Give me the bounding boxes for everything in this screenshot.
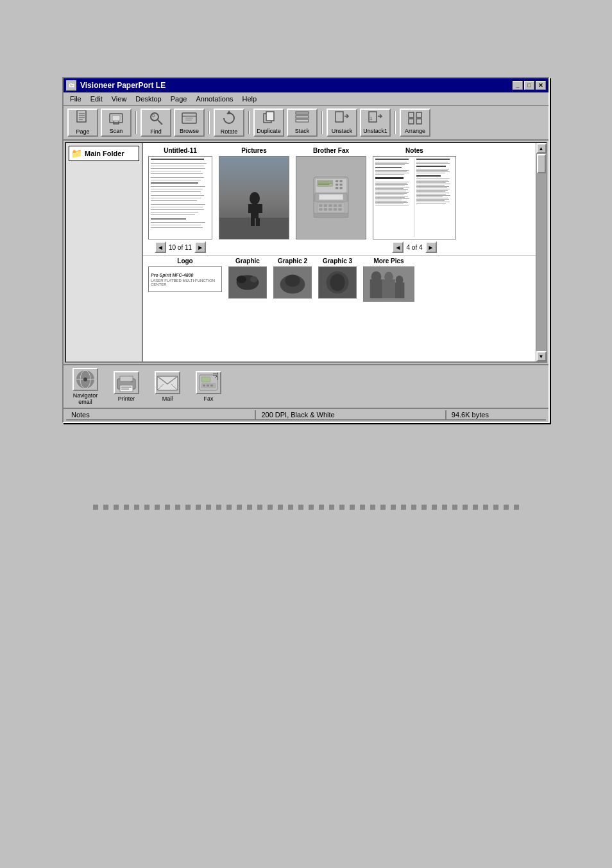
fax-svg	[305, 175, 357, 220]
svg-rect-46	[339, 187, 342, 189]
scan-button[interactable]: Scan	[101, 108, 132, 137]
n-line	[416, 191, 445, 192]
navigator-email-button[interactable]: Navigatoremail	[67, 368, 103, 405]
printer-button[interactable]: Printer	[108, 371, 144, 402]
notes-next-button[interactable]: ►	[425, 241, 437, 253]
stack-label: Stack	[295, 128, 310, 135]
svg-rect-85	[121, 386, 132, 388]
pictures-preview[interactable]	[219, 156, 289, 239]
n-line	[375, 170, 409, 171]
sections-wrapper: Untitled-11	[143, 143, 536, 361]
unstack1-button[interactable]: 1 Unstack1	[360, 108, 391, 137]
graphic-svg	[229, 266, 266, 299]
dot	[339, 505, 344, 510]
pictures-section: Pictures	[219, 147, 289, 239]
person-svg	[219, 157, 289, 239]
notes-prev-button[interactable]: ◄	[392, 241, 404, 253]
menu-help[interactable]: Help	[239, 94, 261, 104]
text-line-10	[151, 186, 205, 187]
text-line-22	[151, 222, 205, 223]
menu-desktop[interactable]: Desktop	[132, 94, 165, 104]
dot	[216, 505, 221, 510]
title-bar: 🗂 Visioneer PaperPort LE _ □ ✕	[64, 78, 548, 92]
n-line	[375, 171, 407, 172]
fax-button[interactable]: Fax	[191, 371, 226, 402]
menu-page[interactable]: Page	[167, 94, 191, 104]
text-line-1	[151, 159, 204, 160]
n-line	[375, 204, 404, 204]
svg-rect-86	[121, 388, 129, 390]
dot	[288, 505, 293, 510]
svg-text:1: 1	[370, 116, 373, 121]
svg-rect-26	[416, 119, 421, 124]
graphic3-thumb[interactable]	[318, 266, 357, 299]
scroll-thumb[interactable]	[537, 154, 546, 173]
status-section-3: 94.6K bytes	[446, 410, 546, 421]
status-text-3: 94.6K bytes	[452, 411, 489, 419]
svg-rect-19	[296, 119, 309, 122]
menu-edit[interactable]: Edit	[87, 94, 106, 104]
arrange-icon	[407, 111, 423, 127]
scroll-up-button[interactable]: ▲	[536, 143, 547, 153]
page-button[interactable]: Page	[67, 108, 98, 137]
notes-col-left	[375, 159, 414, 237]
svg-rect-18	[296, 116, 309, 118]
graphic-thumb[interactable]	[228, 266, 267, 299]
svg-rect-92	[203, 385, 205, 386]
menu-view[interactable]: View	[108, 94, 131, 104]
unstack-button[interactable]: Unstack	[327, 108, 357, 137]
mail-button[interactable]: Mail	[149, 371, 185, 402]
graphic2-thumb[interactable]	[273, 266, 312, 299]
sidebar: 📁 Main Folder	[66, 143, 143, 361]
browse-button[interactable]: Browse	[174, 108, 205, 137]
find-button[interactable]: Find	[140, 108, 171, 137]
graphic-title: Graphic	[235, 257, 260, 265]
n-line	[416, 189, 450, 189]
status-text-1: Notes	[71, 411, 90, 419]
notes-preview[interactable]	[373, 156, 456, 239]
menu-bar: File Edit View Desktop Page Annotations …	[64, 92, 548, 106]
untitled-preview[interactable]	[148, 156, 212, 239]
duplicate-button[interactable]: Duplicate	[253, 108, 284, 137]
main-folder[interactable]: 📁 Main Folder	[69, 146, 139, 161]
n-line	[416, 200, 445, 201]
stack-button[interactable]: Stack	[287, 108, 318, 137]
dotted-separator	[0, 501, 612, 514]
dot	[452, 505, 457, 510]
arrange-label: Arrange	[405, 128, 425, 135]
more-pics-thumb[interactable]	[363, 266, 414, 302]
svg-point-7	[151, 113, 158, 121]
n-line	[375, 192, 409, 193]
fax-label: Fax	[203, 395, 213, 402]
minimize-button[interactable]: _	[513, 81, 523, 90]
logo-preview[interactable]: Pro Spirit MFC-4800 LASER FLATBED MULTI-…	[148, 266, 222, 292]
svg-point-73	[371, 272, 382, 283]
fax-preview[interactable]	[296, 156, 366, 239]
close-button[interactable]: ✕	[536, 81, 546, 90]
scroll-down-button[interactable]: ▼	[536, 351, 547, 361]
text-line-16	[151, 204, 205, 205]
untitled-prev-button[interactable]: ◄	[155, 241, 166, 253]
maximize-button[interactable]: □	[524, 81, 534, 90]
dot	[391, 505, 396, 510]
svg-rect-52	[328, 204, 332, 207]
text-line-21	[151, 218, 186, 220]
dot	[319, 505, 324, 510]
notes-nav: ◄ 4 of 4 ►	[392, 241, 436, 253]
mail-svg	[156, 372, 179, 393]
separator-2	[208, 111, 210, 134]
n-line	[375, 196, 408, 196]
svg-rect-34	[256, 218, 260, 226]
scroll-track[interactable]	[536, 153, 547, 351]
svg-point-77	[396, 275, 404, 284]
menu-file[interactable]: File	[66, 94, 85, 104]
text-line-17	[151, 207, 203, 207]
main-folder-label: Main Folder	[85, 150, 124, 157]
dot	[114, 505, 119, 510]
untitled-next-button[interactable]: ►	[194, 241, 206, 253]
menu-annotations[interactable]: Annotations	[192, 94, 237, 104]
rotate-button[interactable]: Rotate	[214, 108, 244, 137]
svg-rect-59	[338, 208, 341, 211]
arrange-button[interactable]: Arrange	[400, 108, 430, 137]
dot	[411, 505, 416, 510]
